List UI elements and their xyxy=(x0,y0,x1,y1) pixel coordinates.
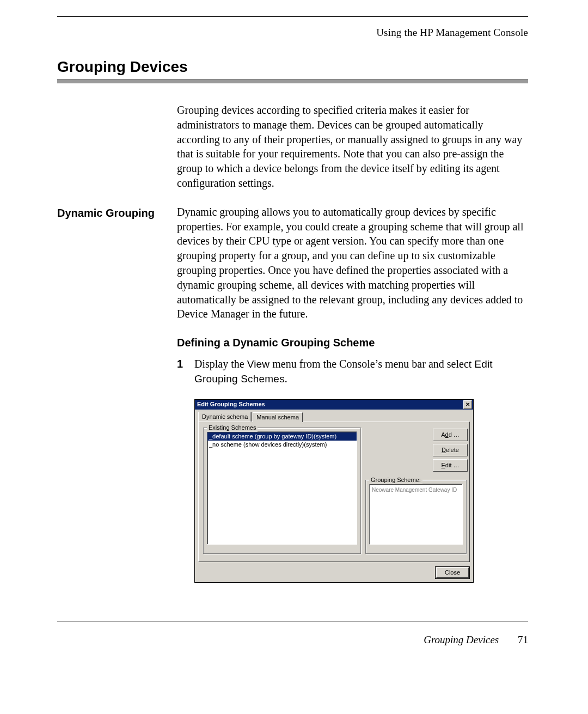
edit-button[interactable]: Edit … xyxy=(433,459,468,472)
step-text: Display the View menu from the Console’s… xyxy=(194,357,528,386)
grouping-scheme-value: Neoware Management Gateway ID xyxy=(369,484,463,545)
step-number: 1 xyxy=(177,357,194,371)
existing-schemes-group: Existing Schemes _default scheme (group … xyxy=(203,428,361,554)
subsection-heading: Defining a Dynamic Grouping Scheme xyxy=(177,335,528,350)
existing-schemes-legend: Existing Schemes xyxy=(207,424,258,432)
grouping-scheme-group: Grouping Scheme: Neoware Management Gate… xyxy=(365,480,467,554)
tab-manual-schema[interactable]: Manual schema xyxy=(253,412,303,423)
section-body: Dynamic grouping allows you to automatic… xyxy=(177,205,528,321)
dialog-titlebar: Edit Grouping Schemes ✕ xyxy=(195,400,473,410)
running-head: Using the HP Management Console xyxy=(57,27,528,39)
footer-page-number: 71 xyxy=(518,634,528,645)
close-button[interactable]: Close xyxy=(435,566,470,579)
edit-grouping-schemes-dialog: Edit Grouping Schemes ✕ Dynamic schema M… xyxy=(194,399,474,583)
list-item[interactable]: _no scheme (show devices directly)(syste… xyxy=(207,441,357,449)
intro-paragraph: Grouping devices according to specified … xyxy=(177,103,528,191)
footer-title: Grouping Devices xyxy=(424,634,499,645)
schemes-listbox[interactable]: _default scheme (group by gateway ID)(sy… xyxy=(207,431,357,545)
dialog-title: Edit Grouping Schemes xyxy=(197,400,265,408)
list-item[interactable]: _default scheme (group by gateway ID)(sy… xyxy=(207,432,357,441)
close-icon[interactable]: ✕ xyxy=(463,400,472,409)
top-rule xyxy=(57,16,528,17)
page-footer: Grouping Devices 71 xyxy=(0,634,528,646)
grouping-scheme-legend: Grouping Scheme: xyxy=(369,476,422,484)
tab-dynamic-schema[interactable]: Dynamic schema xyxy=(198,412,252,422)
bottom-rule xyxy=(57,621,528,621)
section-label: Dynamic Grouping xyxy=(57,205,177,220)
delete-button[interactable]: Delete xyxy=(433,444,468,456)
page-title: Grouping Devices xyxy=(57,58,528,76)
title-bar xyxy=(57,79,528,83)
add-button[interactable]: Add … xyxy=(433,429,468,441)
